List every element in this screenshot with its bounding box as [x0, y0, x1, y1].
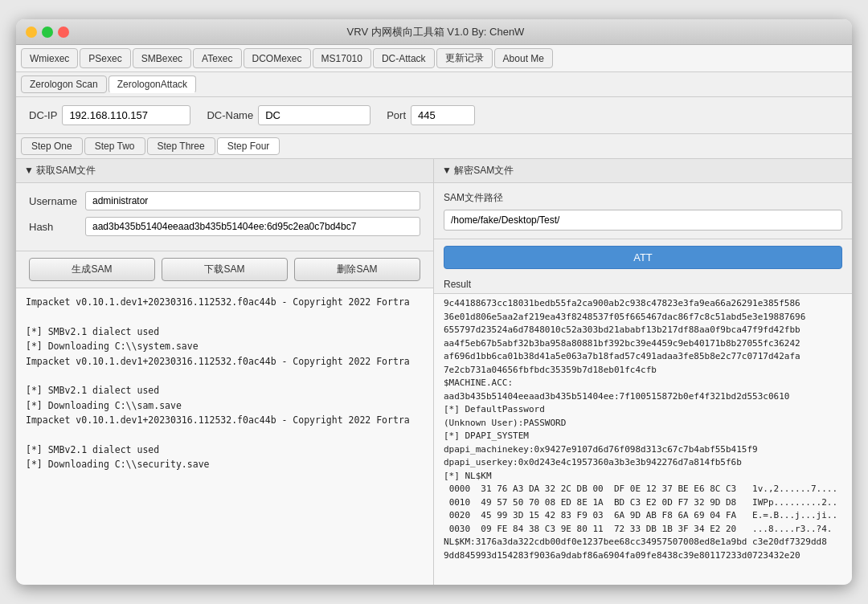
left-log-area: Impacket v0.10.1.dev1+20230316.112532.f0…	[16, 288, 433, 585]
step-one-tab[interactable]: Step One	[21, 137, 83, 155]
left-panel: ▼ 获取SAM文件 Username Hash 生成SAM 下载SAM 删除SA…	[16, 159, 434, 585]
download-sam-button[interactable]: 下载SAM	[162, 258, 288, 281]
subtab-attack[interactable]: ZerologonAttack	[108, 76, 196, 93]
delete-sam-button[interactable]: 删除SAM	[294, 258, 420, 281]
dc-ip-group: DC-IP	[29, 105, 190, 125]
titlebar: VRV 内网横向工具箱 V1.0 By: ChenW	[16, 19, 852, 45]
close-button[interactable]	[58, 27, 69, 38]
tab-update[interactable]: 更新记录	[436, 48, 493, 68]
tab-atexec[interactable]: ATexec	[193, 48, 241, 68]
main-window: VRV 内网横向工具箱 V1.0 By: ChenW Wmiexec PSexe…	[16, 19, 852, 585]
tab-wmiexec[interactable]: Wmiexec	[21, 48, 78, 68]
tab-ms17010[interactable]: MS17010	[313, 48, 371, 68]
tab-dcomexec[interactable]: DCOMexec	[244, 48, 311, 68]
username-label: Username	[29, 195, 85, 207]
result-label: Result	[434, 275, 852, 293]
right-panel-header: ▼ 解密SAM文件	[434, 159, 852, 183]
port-label: Port	[387, 109, 406, 121]
tab-dc-attack[interactable]: DC-Attack	[373, 48, 435, 68]
step-four-tab[interactable]: Step Four	[217, 137, 280, 155]
tab-about[interactable]: About Me	[494, 48, 553, 68]
sam-path-section: SAM文件路径	[434, 183, 852, 239]
dc-name-label: DC-Name	[207, 109, 253, 121]
username-row: Username	[29, 191, 420, 210]
step-three-tab[interactable]: Step Three	[147, 137, 215, 155]
maximize-button[interactable]	[42, 27, 53, 38]
generate-sam-button[interactable]: 生成SAM	[29, 258, 155, 281]
hash-row: Hash	[29, 217, 420, 236]
main-content: ▼ 获取SAM文件 Username Hash 生成SAM 下载SAM 删除SA…	[16, 159, 852, 585]
menu-bar: Wmiexec PSexec SMBexec ATexec DCOMexec M…	[16, 45, 852, 72]
sub-menu-bar: Zerologon Scan ZerologonAttack	[16, 72, 852, 97]
username-input[interactable]	[85, 191, 420, 210]
sam-buttons: 生成SAM 下载SAM 删除SAM	[16, 251, 433, 288]
step-two-tab[interactable]: Step Two	[84, 137, 145, 155]
dc-name-input[interactable]	[258, 105, 371, 125]
subtab-scan[interactable]: Zerologon Scan	[21, 76, 107, 93]
dc-ip-input[interactable]	[62, 105, 190, 125]
left-panel-header: ▼ 获取SAM文件	[16, 159, 433, 183]
tab-smbexec[interactable]: SMBexec	[133, 48, 191, 68]
right-panel: ▼ 解密SAM文件 SAM文件路径 ATT Result 9c44188673c…	[434, 159, 852, 585]
params-row: DC-IP DC-Name Port	[16, 97, 852, 134]
minimize-button[interactable]	[26, 27, 37, 38]
dc-name-group: DC-Name	[207, 105, 371, 125]
dc-ip-label: DC-IP	[29, 109, 57, 121]
window-title: VRV 内网横向工具箱 V1.0 By: ChenW	[69, 25, 802, 39]
steps-bar: Step One Step Two Step Three Step Four	[16, 134, 852, 159]
sam-form: Username Hash	[16, 183, 433, 251]
port-input[interactable]	[411, 105, 475, 125]
tab-psexec[interactable]: PSexec	[80, 48, 130, 68]
sam-path-label: SAM文件路径	[444, 191, 842, 205]
hash-input[interactable]	[85, 217, 420, 236]
sam-path-input[interactable]	[444, 210, 842, 231]
window-controls	[26, 27, 69, 38]
att-button[interactable]: ATT	[444, 246, 842, 269]
result-area: 9c44188673cc18031bedb55fa2ca900ab2c938c4…	[434, 293, 852, 585]
hash-label: Hash	[29, 221, 85, 233]
port-group: Port	[387, 105, 475, 125]
